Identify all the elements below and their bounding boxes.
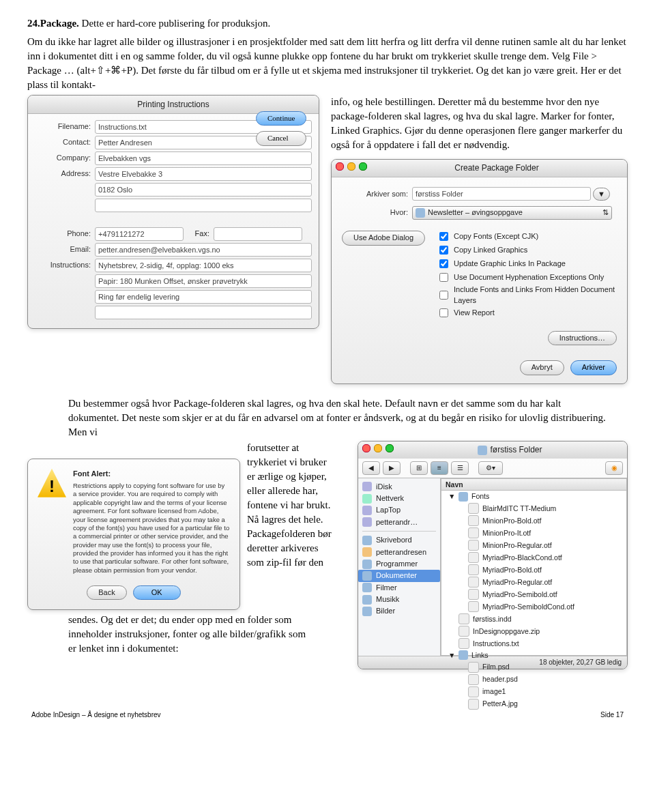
package-option[interactable]: View Report [437, 306, 619, 319]
list-item[interactable]: PetterA.jpg [441, 698, 626, 710]
sidebar-item[interactable]: Programmer [358, 558, 440, 570]
fwd-nav-button[interactable]: ▶ [383, 461, 401, 475]
continue-button[interactable]: Continue [256, 111, 306, 126]
expand-button[interactable]: ▼ [593, 188, 610, 201]
sidebar-icon [362, 494, 372, 504]
zoom-icon[interactable] [359, 162, 367, 171]
use-adobe-dialog-button[interactable]: Use Adobe Dialog [342, 231, 425, 245]
list-item[interactable]: MyriadPro-BlackCond.otf [441, 551, 626, 564]
sidebar-label: Filmer [376, 583, 397, 593]
sidebar-item[interactable]: Bilder [358, 605, 440, 617]
back-nav-button[interactable]: ◀ [362, 461, 380, 475]
address-label: Address: [35, 169, 95, 179]
address1-field[interactable] [95, 167, 312, 181]
sidebar-item[interactable]: Skrivebord [358, 534, 440, 546]
list-item[interactable]: image1 [441, 686, 626, 698]
list-item[interactable]: MyriadPro-Semibold.otf [441, 588, 626, 600]
action-button[interactable]: ⚙▾ [478, 461, 503, 475]
ok-button[interactable]: OK [133, 585, 181, 600]
package-option[interactable]: Update Graphic Links In Package [437, 257, 619, 270]
package-option[interactable]: Include Fonts and Links From Hidden Docu… [437, 285, 619, 306]
phone-field[interactable] [95, 227, 184, 241]
checkbox[interactable] [439, 232, 448, 241]
paragraph-2a: Du bestemmer også hvor Package-folderen … [68, 396, 614, 439]
sidebar-label: petterandresen [376, 547, 426, 557]
checkbox[interactable] [439, 246, 448, 255]
sidebar-item[interactable]: Filmer [358, 582, 440, 594]
arkiver-button[interactable]: Arkiver [570, 360, 617, 375]
avbryt-button[interactable]: Avbryt [520, 360, 564, 375]
item-label: image1 [482, 686, 506, 697]
list-item[interactable]: førstiss.indd [441, 613, 626, 625]
disclosure-icon[interactable]: ▼ [448, 491, 455, 502]
sidebar-item[interactable]: petterandresen [358, 547, 440, 558]
file-icon [468, 552, 479, 563]
package-option[interactable]: Copy Linked Graphics [437, 244, 619, 257]
fax-field[interactable] [214, 227, 302, 241]
sidebar-item[interactable]: iDisk [358, 481, 440, 493]
list-item[interactable]: header.psd [441, 673, 626, 686]
sidebar-label: petterandr… [376, 517, 418, 527]
checkbox[interactable] [439, 308, 448, 317]
inst1-field[interactable] [95, 259, 312, 272]
list-item[interactable]: MinionPro-Bold.otf [441, 514, 626, 527]
instructions-button[interactable]: Instructions… [548, 331, 617, 345]
list-item[interactable]: MinionPro-Regular.otf [441, 539, 626, 551]
company-field[interactable] [95, 151, 312, 165]
inst2-field[interactable] [95, 274, 312, 288]
package-option[interactable]: Use Document Hyphenation Exceptions Only [437, 271, 619, 284]
checkbox[interactable] [439, 259, 448, 268]
file-icon [468, 686, 479, 697]
address3-field[interactable] [95, 199, 312, 212]
list-item[interactable]: MinionPro-It.otf [441, 527, 626, 539]
file-icon [468, 515, 479, 526]
burn-icon[interactable]: ◉ [605, 461, 623, 475]
package-option[interactable]: Copy Fonts (Except CJK) [437, 230, 619, 243]
where-label: Hvor: [347, 207, 412, 218]
item-label: førstiss.indd [473, 614, 512, 624]
file-icon [458, 638, 469, 649]
column-header-name[interactable]: Navn [446, 480, 463, 490]
sidebar-label: Musikk [376, 594, 399, 605]
icon-view-button[interactable]: ⊞ [410, 461, 428, 475]
list-item[interactable]: MyriadPro-Regular.otf [441, 576, 626, 588]
minimize-icon[interactable] [374, 444, 382, 452]
save-as-field[interactable] [412, 187, 591, 201]
footer-left: Adobe InDesign – Å designe et nyhetsbrev [31, 710, 161, 720]
list-item[interactable]: InDesignoppgave.zip [441, 625, 626, 637]
inst4-field[interactable] [95, 306, 312, 319]
sidebar-item[interactable]: Musikk [358, 594, 440, 605]
item-label: Fonts [471, 491, 489, 502]
email-field[interactable] [95, 243, 312, 257]
inst3-field[interactable] [95, 290, 312, 304]
list-item[interactable]: MyriadPro-SemiboldCond.otf [441, 600, 626, 613]
list-item[interactable]: MyriadPro-Bold.otf [441, 564, 626, 576]
column-view-button[interactable]: ☰ [451, 461, 469, 475]
sidebar-item[interactable]: LapTop [358, 504, 440, 516]
back-button[interactable]: Back [87, 585, 126, 600]
file-icon [468, 662, 479, 673]
checkbox[interactable] [439, 291, 448, 300]
minimize-icon[interactable] [347, 162, 355, 171]
option-label: View Report [454, 308, 495, 318]
address2-field[interactable] [95, 183, 312, 197]
file-icon [468, 564, 479, 575]
close-icon[interactable] [336, 162, 344, 171]
close-icon[interactable] [362, 444, 370, 452]
where-dropdown[interactable]: Newsletter – øvingsoppgave⇅ [412, 206, 612, 220]
disclosure-icon[interactable]: ▼ [448, 650, 455, 661]
finder-window: førstiss Folder ◀ ▶ ⊞ ≡ ☰ ⚙▾ ◉ iDiskNett… [358, 441, 628, 669]
list-item[interactable]: Instructions.txt [441, 637, 626, 650]
sidebar-item[interactable]: Nettverk [358, 493, 440, 504]
item-label: MyriadPro-Semibold.otf [482, 590, 557, 600]
create-package-folder-dialog: Create Package Folder Arkiver som:▼ Hvor… [331, 159, 628, 384]
list-item[interactable]: BlairMdITC TT-Medium [441, 502, 626, 514]
sidebar-item[interactable]: petterandr… [358, 517, 440, 528]
list-item[interactable]: ▼Fonts [441, 491, 626, 502]
list-view-button[interactable]: ≡ [431, 461, 448, 475]
zoom-icon[interactable] [385, 444, 394, 452]
checkbox[interactable] [439, 273, 448, 282]
item-label: Links [471, 650, 489, 661]
sidebar-item[interactable]: Dokumenter [358, 570, 440, 581]
cancel-button[interactable]: Cancel [256, 131, 306, 145]
